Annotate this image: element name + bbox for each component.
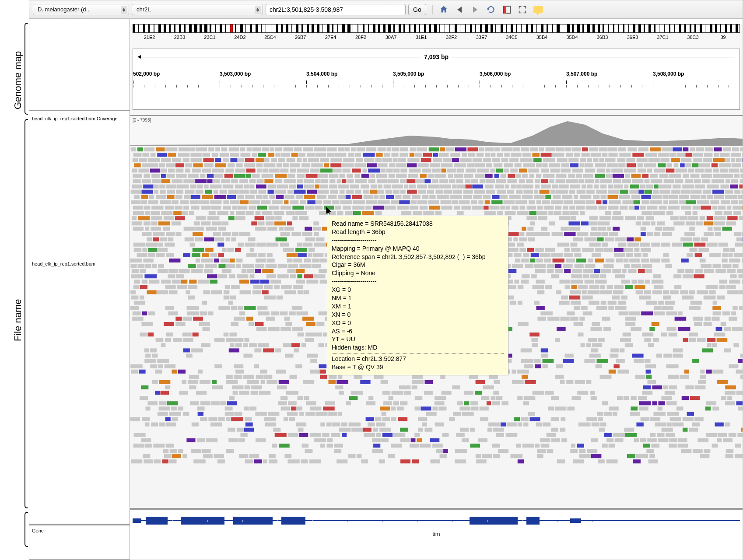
svg-rect-2372 <box>493 454 500 458</box>
svg-rect-102 <box>433 153 438 157</box>
svg-rect-2354 <box>704 449 710 453</box>
svg-rect-876 <box>559 216 570 220</box>
svg-rect-1818 <box>591 348 598 352</box>
svg-rect-467 <box>159 185 165 189</box>
svg-rect-83 <box>268 153 274 157</box>
svg-rect-927 <box>581 221 589 225</box>
coverage-track-name: head_clk_ip_rep1.sorted.bam Coverage <box>32 116 127 121</box>
svg-rect-212 <box>236 163 243 167</box>
svg-rect-2284 <box>430 438 439 442</box>
svg-rect-616 <box>276 195 284 199</box>
svg-rect-1515 <box>739 290 743 294</box>
svg-rect-564 <box>407 190 417 194</box>
svg-rect-2317 <box>470 444 480 448</box>
cytoband-label: 26B7 <box>285 35 315 40</box>
genome-select[interactable]: D. melanogaster (d... <box>33 4 129 15</box>
svg-rect-1245 <box>661 259 669 262</box>
svg-rect-175 <box>501 158 508 162</box>
svg-rect-1458 <box>571 285 577 289</box>
svg-rect-485 <box>320 185 328 189</box>
svg-rect-548 <box>268 190 274 194</box>
svg-rect-1544 <box>228 301 233 305</box>
svg-rect-990 <box>232 232 238 236</box>
svg-rect-621 <box>328 195 336 199</box>
svg-rect-2089 <box>159 406 171 410</box>
svg-rect-304 <box>496 168 503 172</box>
svg-rect-2347 <box>547 449 553 453</box>
nav-back-icon[interactable] <box>455 5 464 14</box>
svg-rect-506 <box>511 185 515 189</box>
fit-window-icon[interactable] <box>518 5 527 14</box>
nav-forward-icon[interactable] <box>470 5 480 14</box>
gene-track[interactable]: ‹‹‹‹‹‹‹‹‹‹‹‹‹‹ tim <box>130 509 743 544</box>
svg-rect-2314 <box>410 444 419 448</box>
refresh-icon[interactable] <box>486 5 496 14</box>
ruler[interactable]: 7,093 bp 502,000 bp3,503,000 bp3,504,000… <box>133 49 740 110</box>
popout-icon[interactable] <box>502 5 512 14</box>
svg-rect-628 <box>386 195 394 199</box>
svg-rect-222 <box>330 163 341 167</box>
svg-rect-2380 <box>700 454 710 458</box>
chromosome-select[interactable]: chr2L <box>132 4 263 15</box>
svg-rect-2176 <box>641 417 649 421</box>
svg-rect-1949 <box>680 375 689 379</box>
svg-rect-1017 <box>647 232 653 236</box>
locus-input[interactable] <box>266 4 406 15</box>
svg-rect-609 <box>214 195 226 199</box>
svg-rect-2121 <box>738 406 743 410</box>
svg-rect-2233 <box>551 428 558 432</box>
svg-rect-2313 <box>391 444 402 448</box>
svg-rect-2321 <box>535 444 540 448</box>
svg-rect-1499 <box>556 290 561 294</box>
svg-rect-0 <box>131 147 136 151</box>
svg-rect-66 <box>723 147 731 151</box>
cytoband-label: 36B3 <box>587 35 617 40</box>
svg-rect-2127 <box>235 412 242 416</box>
svg-rect-651 <box>607 195 618 199</box>
svg-rect-2067 <box>346 401 351 405</box>
svg-rect-2294 <box>640 438 647 442</box>
svg-rect-2046 <box>617 396 623 400</box>
svg-rect-38 <box>467 147 478 151</box>
svg-rect-765 <box>505 206 510 210</box>
svg-rect-2394 <box>287 459 299 463</box>
svg-rect-2257 <box>496 433 504 437</box>
svg-rect-885 <box>680 216 688 220</box>
svg-rect-1875 <box>158 364 163 368</box>
svg-rect-783 <box>659 206 667 210</box>
svg-rect-335 <box>176 174 186 178</box>
svg-rect-2326 <box>609 444 615 448</box>
svg-rect-36 <box>446 147 455 151</box>
karyotype[interactable]: 21E222B323C124D225C426B727E428F230A731E1… <box>133 24 740 47</box>
go-button[interactable]: Go <box>408 4 426 15</box>
svg-rect-2252 <box>382 433 393 437</box>
coverage-track[interactable]: [0 - 7993] <box>130 116 743 146</box>
svg-rect-1907 <box>235 370 244 374</box>
svg-rect-1142 <box>564 248 570 252</box>
svg-rect-68 <box>740 147 743 151</box>
svg-rect-236 <box>486 163 492 167</box>
svg-rect-1435 <box>274 285 280 289</box>
svg-rect-2151 <box>172 417 178 421</box>
svg-rect-1705 <box>649 327 655 331</box>
svg-rect-1057 <box>597 238 604 242</box>
svg-rect-2120 <box>712 406 719 410</box>
svg-rect-528 <box>695 185 705 189</box>
comment-icon[interactable] <box>533 5 543 14</box>
svg-rect-1186 <box>523 253 529 257</box>
svg-rect-357 <box>389 174 395 178</box>
svg-rect-588 <box>638 190 644 194</box>
svg-rect-546 <box>250 190 257 194</box>
svg-rect-1337 <box>677 269 684 273</box>
svg-rect-186 <box>605 158 616 162</box>
svg-rect-1246 <box>681 259 688 262</box>
svg-rect-100 <box>415 153 422 157</box>
svg-rect-1502 <box>588 290 600 294</box>
svg-rect-2355 <box>726 449 733 453</box>
svg-rect-169 <box>443 158 451 162</box>
home-icon[interactable] <box>439 5 449 14</box>
svg-rect-1066 <box>742 238 743 242</box>
svg-rect-1735 <box>661 332 667 336</box>
ruler-subticks <box>133 85 739 88</box>
svg-rect-773 <box>569 206 575 210</box>
